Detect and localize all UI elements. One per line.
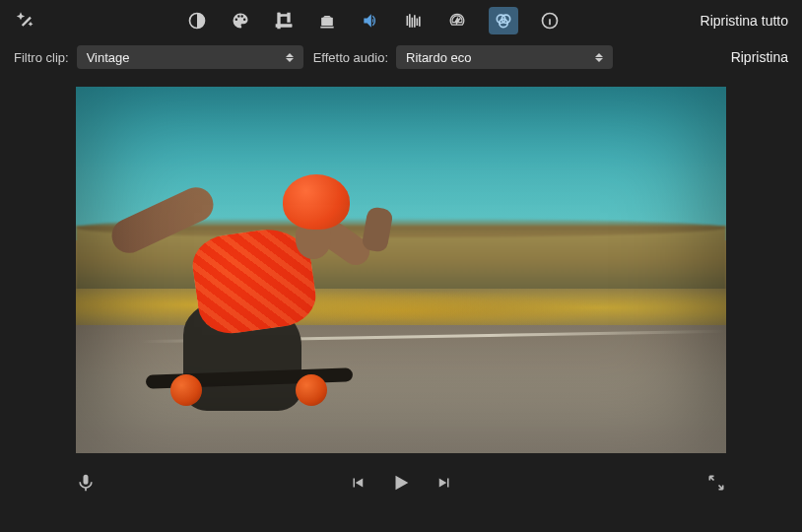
audio-effect-select[interactable]: Ritardo eco: [396, 45, 613, 69]
clip-filter-select[interactable]: Vintage: [77, 45, 303, 69]
fullscreen-icon[interactable]: [705, 472, 727, 494]
reset-all-button[interactable]: Ripristina tutto: [701, 13, 788, 29]
top-toolbar: Ripristina tutto: [0, 0, 802, 41]
previous-icon[interactable]: [347, 472, 368, 494]
speed-icon[interactable]: [445, 9, 469, 33]
color-balance-icon[interactable]: [185, 9, 209, 33]
volume-icon[interactable]: [359, 9, 382, 33]
noise-reduction-icon[interactable]: [402, 9, 426, 33]
preview-area: [0, 79, 802, 461]
chevron-updown-icon: [286, 53, 294, 62]
stabilize-icon[interactable]: [315, 9, 339, 33]
info-icon[interactable]: [538, 9, 562, 33]
clip-filter-label: Filtro clip:: [14, 50, 69, 65]
next-icon[interactable]: [434, 472, 455, 494]
playback-bar: [0, 461, 802, 504]
reset-button[interactable]: Ripristina: [731, 49, 788, 65]
magic-wand-icon[interactable]: [14, 9, 37, 33]
color-palette-icon[interactable]: [229, 9, 252, 33]
chevron-updown-icon: [595, 53, 603, 62]
play-icon[interactable]: [390, 472, 412, 494]
audio-effect-label: Effetto audio:: [313, 50, 388, 65]
filter-icon[interactable]: [489, 7, 518, 34]
microphone-icon[interactable]: [75, 472, 97, 494]
audio-effect-value: Ritardo eco: [406, 50, 471, 65]
crop-icon[interactable]: [272, 9, 296, 33]
clip-filter-value: Vintage: [87, 50, 130, 65]
video-preview[interactable]: [76, 87, 726, 453]
filter-bar: Filtro clip: Vintage Effetto audio: Rita…: [0, 41, 802, 79]
svg-rect-1: [321, 18, 333, 26]
